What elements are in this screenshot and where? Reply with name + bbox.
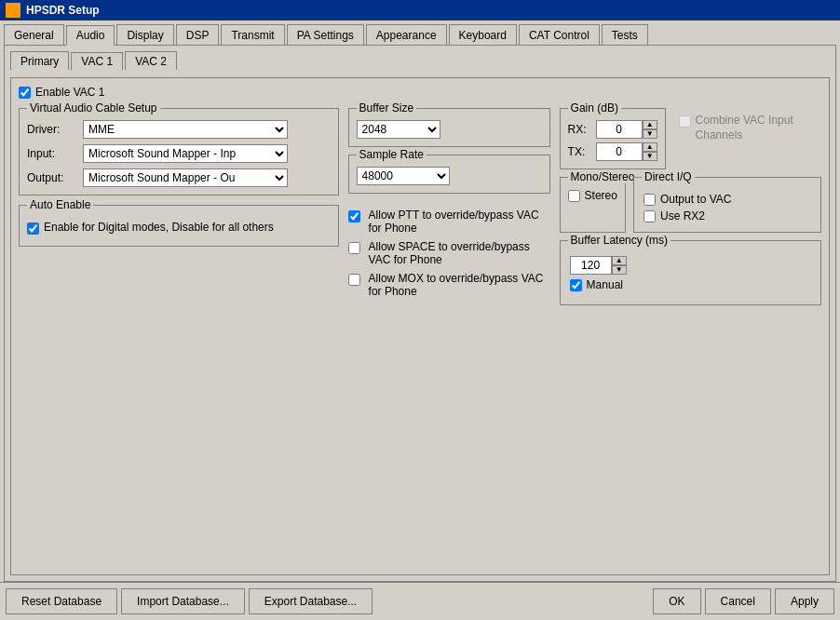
- tab-transmit[interactable]: Transmit: [221, 24, 284, 45]
- output-to-vac-label: Output to VAC: [660, 193, 731, 206]
- tx-gain-down-button[interactable]: ▼: [643, 152, 657, 161]
- enable-vac1-checkbox[interactable]: [19, 87, 31, 99]
- hpsdr-icon: [6, 3, 20, 18]
- input-select[interactable]: Microsoft Sound Mapper - Inp: [83, 144, 288, 163]
- buffer-latency-spinner: ▲ ▼: [570, 256, 627, 275]
- driver-row: Driver: MME WDM ASIO: [27, 120, 331, 139]
- space-override-checkbox[interactable]: [348, 242, 360, 254]
- sub-tab-bar: Primary VAC 1 VAC 2: [10, 51, 830, 70]
- mono-stereo-title: Mono/Stereo: [568, 170, 638, 183]
- tab-display[interactable]: Display: [116, 24, 173, 45]
- auto-enable-checkbox[interactable]: [27, 222, 39, 235]
- buffer-latency-title: Buffer Latency (ms): [568, 234, 671, 247]
- direct-iq-title: Direct I/Q: [642, 170, 695, 183]
- buffer-latency-group: Buffer Latency (ms) ▲ ▼: [560, 240, 821, 305]
- tab-general[interactable]: General: [4, 24, 64, 45]
- driver-select[interactable]: MME WDM ASIO: [83, 120, 288, 139]
- output-row: Output: Microsoft Sound Mapper - Ou: [27, 168, 331, 187]
- combine-vac-row: Combine VAC Input Channels: [679, 114, 816, 142]
- rx-gain-spinner: ▲ ▼: [596, 120, 657, 139]
- rx-gain-input[interactable]: [596, 120, 643, 139]
- left-col: Virtual Audio Cable Setup Driver: MME WD…: [19, 108, 339, 305]
- manual-row: Manual: [570, 278, 811, 291]
- content-grid: Virtual Audio Cable Setup Driver: MME WD…: [19, 108, 821, 305]
- space-override-label: Allow SPACE to override/bypass VAC for P…: [369, 240, 550, 266]
- override-section: Allow PTT to override/bypass VAC for Pho…: [348, 209, 550, 298]
- tab-appearance[interactable]: Appearance: [366, 24, 447, 45]
- sub-tab-vac1[interactable]: VAC 1: [71, 52, 123, 71]
- tab-keyboard[interactable]: Keyboard: [449, 24, 517, 45]
- export-database-button[interactable]: Export Database...: [249, 588, 373, 614]
- tab-tests[interactable]: Tests: [602, 24, 648, 45]
- output-to-vac-checkbox[interactable]: [644, 194, 656, 206]
- tab-audio[interactable]: Audio: [66, 25, 115, 46]
- tab-content-area: Primary VAC 1 VAC 2 Enable VAC 1 Virtual…: [4, 45, 836, 582]
- buffer-size-select[interactable]: 512 1024 2048 4096: [357, 120, 440, 139]
- buffer-latency-controls: ▲ ▼: [570, 256, 811, 275]
- output-select[interactable]: Microsoft Sound Mapper - Ou: [83, 168, 288, 187]
- combine-vac-checkbox[interactable]: [679, 115, 691, 128]
- mox-override-label: Allow MOX to override/bypass VAC for Pho…: [369, 272, 550, 298]
- sub-tab-primary[interactable]: Primary: [10, 51, 69, 70]
- main-container: General Audio Display DSP Transmit PA Se…: [0, 20, 840, 620]
- tab-pa-settings[interactable]: PA Settings: [287, 24, 364, 45]
- auto-enable-title: Auto Enable: [27, 198, 93, 211]
- outer-tab-bar: General Audio Display DSP Transmit PA Se…: [0, 20, 840, 45]
- auto-enable-label: Enable for Digital modes, Disable for al…: [44, 221, 274, 234]
- ptt-override-checkbox[interactable]: [348, 210, 360, 222]
- gain-controls: RX: ▲ ▼: [568, 120, 657, 161]
- import-database-button[interactable]: Import Database...: [121, 588, 245, 614]
- stereo-label: Stereo: [585, 189, 617, 202]
- gain-db-group: Gain (dB) RX: ▲ ▼: [560, 108, 666, 169]
- buffer-latency-down-button[interactable]: ▼: [612, 265, 627, 275]
- tx-gain-buttons: ▲ ▼: [643, 142, 657, 161]
- apply-button[interactable]: Apply: [775, 588, 834, 614]
- auto-enable-group: Auto Enable Enable for Digital modes, Di…: [19, 205, 339, 247]
- tab-cat-control[interactable]: CAT Control: [519, 24, 600, 45]
- use-rx2-checkbox[interactable]: [644, 210, 656, 222]
- rx-gain-up-button[interactable]: ▲: [643, 120, 657, 129]
- gain-db-title: Gain (dB): [568, 101, 621, 115]
- buffer-latency-buttons: ▲ ▼: [612, 256, 627, 275]
- ptt-override-row: Allow PTT to override/bypass VAC for Pho…: [348, 209, 550, 235]
- tx-gain-up-button[interactable]: ▲: [643, 142, 657, 152]
- middle-col: Buffer Size 512 1024 2048 4096 Sam: [348, 108, 550, 305]
- sample-rate-group: Sample Rate 8000 11025 22050 44100 48000…: [348, 155, 550, 194]
- tx-gain-row: TX: ▲ ▼: [568, 142, 657, 161]
- right-section: Gain (dB) RX: ▲ ▼: [560, 108, 821, 305]
- auto-enable-row: Enable for Digital modes, Disable for al…: [27, 221, 331, 235]
- stereo-control: Stereo: [568, 189, 617, 202]
- tx-gain-input[interactable]: [596, 142, 643, 161]
- tx-gain-label: TX:: [568, 145, 596, 158]
- space-override-row: Allow SPACE to override/bypass VAC for P…: [348, 240, 550, 266]
- sample-rate-select[interactable]: 8000 11025 22050 44100 48000 96000 19200…: [357, 167, 450, 185]
- combine-vac-label: Combine VAC Input Channels: [696, 114, 816, 142]
- sample-rate-title: Sample Rate: [357, 148, 427, 161]
- reset-database-button[interactable]: Reset Database: [6, 588, 117, 614]
- buffer-size-group: Buffer Size 512 1024 2048 4096: [348, 108, 550, 147]
- manual-label: Manual: [587, 278, 623, 291]
- rx-gain-row: RX: ▲ ▼: [568, 120, 657, 139]
- stereo-checkbox[interactable]: [568, 190, 580, 202]
- sub-content: Enable VAC 1 Virtual Audio Cable Setup D…: [10, 77, 830, 575]
- manual-checkbox[interactable]: [570, 279, 582, 291]
- ok-button[interactable]: OK: [653, 588, 700, 614]
- buffer-latency-up-button[interactable]: ▲: [612, 256, 627, 265]
- cancel-button[interactable]: Cancel: [705, 588, 771, 614]
- tab-dsp[interactable]: DSP: [176, 24, 220, 45]
- rx-gain-down-button[interactable]: ▼: [643, 129, 657, 139]
- bottom-bar: Reset Database Import Database... Export…: [0, 582, 840, 620]
- input-label: Input:: [27, 147, 83, 160]
- output-to-vac-row: Output to VAC: [644, 193, 811, 206]
- gain-combine-row: Gain (dB) RX: ▲ ▼: [560, 108, 821, 169]
- tx-gain-spinner: ▲ ▼: [596, 142, 657, 161]
- mono-direct-row: Mono/Stereo Stereo Direct I/Q: [560, 177, 821, 233]
- mox-override-checkbox[interactable]: [348, 274, 360, 286]
- buffer-latency-input[interactable]: [570, 256, 612, 275]
- virtual-audio-cable-group: Virtual Audio Cable Setup Driver: MME WD…: [19, 108, 339, 195]
- enable-vac1-row: Enable VAC 1: [19, 86, 821, 99]
- stereo-row: Stereo: [568, 189, 617, 202]
- sub-tab-vac2[interactable]: VAC 2: [125, 51, 177, 70]
- virtual-audio-cable-title: Virtual Audio Cable Setup: [27, 101, 160, 115]
- driver-label: Driver:: [27, 123, 83, 136]
